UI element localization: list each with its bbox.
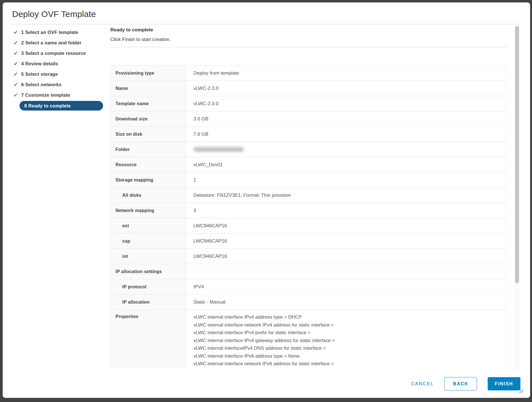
content-panel: Ready to complete Click Finish to start … bbox=[110, 27, 507, 368]
summary-table: Provisioning typeDeploy from templateNam… bbox=[110, 65, 507, 368]
step-label: 7 Customize template bbox=[21, 92, 70, 98]
step-completed-check-icon: ✔ bbox=[12, 30, 21, 35]
content-divider bbox=[110, 47, 507, 47]
summary-row-value: Static - Manual bbox=[186, 295, 506, 310]
step-label: 2 Select a name and folder bbox=[21, 40, 81, 46]
step-label: 8 Ready to complete bbox=[24, 103, 71, 109]
summary-row-value: Deploy from template bbox=[186, 66, 506, 81]
wizard-step-review-details[interactable]: ✔4 Review details bbox=[12, 59, 108, 69]
summary-row-value: 7.6 GB bbox=[186, 127, 506, 142]
summary-row-ip-allocation: IP allocationStatic - Manual bbox=[111, 295, 506, 310]
dialog-title: Deploy OVF Template bbox=[12, 9, 96, 19]
footer-actions: CANCEL BACK FINISH bbox=[411, 377, 520, 390]
summary-row-value: vLWC internal interface IPv4 address typ… bbox=[186, 310, 506, 368]
summary-row-template-name: Template namevLWC-2.3.0 bbox=[111, 96, 506, 111]
cancel-button[interactable]: CANCEL bbox=[411, 381, 434, 386]
summary-row-ext: extLWC946CAP16 bbox=[111, 218, 506, 234]
summary-row-value: Datastore: FN1ZV3E1; Format: Thin provis… bbox=[186, 188, 506, 203]
summary-row-name: NamevLWC-2.3.0 bbox=[111, 81, 506, 96]
summary-row-label: IP allocation settings bbox=[111, 264, 186, 279]
step-completed-check-icon: ✔ bbox=[12, 40, 21, 46]
summary-row-provisioning-type: Provisioning typeDeploy from template bbox=[111, 66, 506, 81]
wizard-step-select-a-compute-resource[interactable]: ✔3 Select a compute resource bbox=[12, 48, 108, 59]
summary-row-label: cap bbox=[111, 234, 186, 248]
summary-row-label: Download size bbox=[111, 111, 186, 126]
summary-row-value bbox=[186, 142, 506, 157]
scrollbar-thumb[interactable] bbox=[515, 26, 519, 283]
scrollbar-track[interactable] bbox=[514, 25, 520, 371]
summary-row-value: LWC946CAP16 bbox=[186, 218, 506, 233]
summary-row-cap: capLWC946CAP16 bbox=[111, 234, 506, 249]
step-completed-check-icon: ✔ bbox=[12, 92, 21, 98]
redacted-value-blur bbox=[193, 147, 244, 152]
summary-row-network-mapping: Network mapping3 bbox=[111, 203, 506, 218]
summary-row-label: Size on disk bbox=[111, 127, 186, 142]
summary-row-value: LWC946CAP16 bbox=[186, 234, 506, 248]
summary-table-viewport: Provisioning typeDeploy from templateNam… bbox=[110, 65, 507, 368]
step-subheading: Click Finish to start creation. bbox=[110, 37, 507, 42]
step-label: 6 Select networks bbox=[21, 82, 62, 87]
summary-row-label: IP protocol bbox=[111, 279, 186, 294]
wizard-step-select-networks[interactable]: ✔6 Select networks bbox=[12, 79, 108, 90]
summary-row-label: Resource bbox=[111, 157, 186, 172]
summary-row-label: IP allocation bbox=[111, 295, 186, 310]
summary-row-value: 3.0 GB bbox=[186, 111, 506, 126]
summary-row-value bbox=[186, 264, 506, 279]
wizard-step-select-storage[interactable]: ✔5 Select storage bbox=[12, 69, 108, 79]
summary-row-value: vLWC_Dev01 bbox=[186, 157, 506, 172]
summary-row-download-size: Download size3.0 GB bbox=[111, 111, 506, 127]
summary-row-properties: PropertiesvLWC internal interface IPv4 a… bbox=[111, 310, 506, 368]
summary-row-label: All disks bbox=[111, 188, 186, 203]
summary-row-value: vLWC-2.3.0 bbox=[186, 96, 506, 111]
wizard-steps: ✔1 Select an OVF template✔2 Select a nam… bbox=[12, 27, 108, 111]
summary-row-label: Folder bbox=[111, 142, 186, 157]
desktop-background: Deploy OVF Template ✔1 Select an OVF tem… bbox=[0, 0, 532, 402]
finish-button[interactable]: FINISH bbox=[488, 377, 520, 390]
summary-row-label: Provisioning type bbox=[111, 66, 186, 81]
summary-row-value: vLWC-2.3.0 bbox=[186, 81, 506, 96]
summary-row-value: 3 bbox=[186, 203, 506, 218]
step-heading: Ready to complete bbox=[110, 27, 507, 33]
summary-row-resource: ResourcevLWC_Dev01 bbox=[111, 157, 506, 172]
summary-row-label: int bbox=[111, 249, 186, 264]
step-label: 4 Review details bbox=[21, 61, 58, 66]
wizard-step-ready-to-complete[interactable]: 8 Ready to complete bbox=[19, 101, 103, 111]
summary-row-all-disks: All disksDatastore: FN1ZV3E1; Format: Th… bbox=[111, 188, 506, 203]
summary-row-size-on-disk: Size on disk7.6 GB bbox=[111, 127, 506, 142]
summary-row-label: Properties bbox=[111, 310, 186, 368]
step-label: 1 Select an OVF template bbox=[21, 30, 78, 35]
summary-row-label: ext bbox=[111, 218, 186, 233]
resize-grip-icon[interactable] bbox=[518, 388, 523, 393]
step-completed-check-icon: ✔ bbox=[12, 61, 21, 66]
summary-row-ip-protocol: IP protocolIPV4 bbox=[111, 279, 506, 295]
step-completed-check-icon: ✔ bbox=[12, 82, 21, 87]
summary-row-value: IPV4 bbox=[186, 279, 506, 294]
step-label: 3 Select a compute resource bbox=[21, 51, 86, 56]
summary-row-int: intLWC946CAP16 bbox=[111, 249, 506, 264]
summary-row-label: Template name bbox=[111, 96, 186, 111]
summary-row-label: Storage mapping bbox=[111, 172, 186, 187]
summary-row-folder: Folder bbox=[111, 142, 506, 157]
wizard-step-customize-template[interactable]: ✔7 Customize template bbox=[12, 90, 108, 100]
summary-row-label: Name bbox=[111, 81, 186, 96]
step-label: 5 Select storage bbox=[21, 72, 58, 77]
deploy-ovf-template-dialog: Deploy OVF Template ✔1 Select an OVF tem… bbox=[3, 2, 530, 398]
summary-row-ip-allocation-settings: IP allocation settings bbox=[111, 264, 506, 279]
summary-row-value: LWC946CAP16 bbox=[186, 249, 506, 264]
summary-row-storage-mapping: Storage mapping1 bbox=[111, 172, 506, 188]
summary-row-value: 1 bbox=[186, 172, 506, 187]
wizard-step-select-a-name-and-folder[interactable]: ✔2 Select a name and folder bbox=[12, 38, 108, 48]
step-completed-check-icon: ✔ bbox=[12, 72, 21, 77]
wizard-step-select-an-ovf-template[interactable]: ✔1 Select an OVF template bbox=[12, 27, 108, 38]
back-button[interactable]: BACK bbox=[444, 377, 477, 390]
summary-row-label: Network mapping bbox=[111, 203, 186, 218]
title-divider bbox=[12, 24, 521, 24]
step-completed-check-icon: ✔ bbox=[12, 51, 21, 56]
